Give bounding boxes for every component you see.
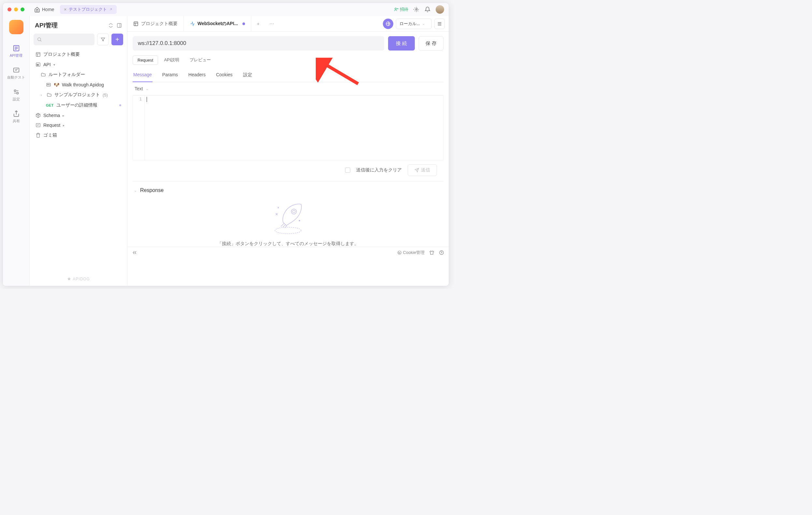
api-icon — [13, 45, 20, 52]
tree-schema[interactable]: Schema ▸ — [32, 111, 124, 120]
globe-icon — [385, 21, 391, 26]
folder-icon — [41, 72, 46, 77]
traffic-lights — [7, 7, 24, 11]
reqtab-settings[interactable]: 設定 — [242, 69, 253, 82]
new-tab-button[interactable]: + — [251, 16, 265, 31]
label: Walk through Apidog — [62, 82, 104, 87]
tree-sample-project[interactable]: › サンプルプロジェクト (5) — [32, 90, 124, 100]
side-rail: API管理 自動テスト 設定 共有 — [3, 16, 30, 286]
app-logo[interactable] — [9, 20, 24, 34]
websocket-icon — [190, 21, 195, 26]
brand-footer: APIDOG — [30, 272, 127, 286]
tabbar: プロジェクト概要 WebSocketのAPI... + ⋯ — [127, 16, 449, 32]
close-window-icon[interactable] — [7, 7, 11, 11]
tree-walkthrough[interactable]: 🐶 Walk through Apidog — [32, 80, 124, 90]
svg-point-1 — [416, 9, 417, 10]
url-value: ws://127.0.0.1:8000 — [138, 40, 186, 47]
rail-auto-test[interactable]: 自動テスト — [6, 65, 27, 81]
response-toggle[interactable]: ⌄ Response — [134, 188, 442, 193]
folder-icon — [47, 92, 52, 97]
tree-get-user-detail[interactable]: GET ユーザーの詳細情報 — [32, 100, 124, 111]
chevron-right-icon: ▸ — [63, 123, 66, 127]
reqtab-message[interactable]: Message — [133, 69, 152, 82]
titlebar: Home × テストプロジェクト 招待 — [3, 3, 449, 16]
expand-icon[interactable] — [108, 23, 113, 28]
rail-label: 設定 — [13, 97, 20, 102]
cookie-label: Cookie管理 — [403, 250, 425, 256]
rail-settings[interactable]: 設定 — [6, 87, 27, 103]
bell-icon[interactable] — [425, 6, 430, 12]
save-label: 保 存 — [426, 40, 437, 47]
maximize-window-icon[interactable] — [21, 7, 24, 11]
reqtab-params[interactable]: Params — [162, 69, 179, 82]
editor-body[interactable] — [145, 95, 443, 160]
tree-root-folder[interactable]: ルートフォルダー — [32, 69, 124, 80]
api-small-icon: 96 — [35, 62, 41, 67]
rail-api-management[interactable]: API管理 — [6, 44, 27, 59]
url-input[interactable]: ws://127.0.0.1:8000 — [133, 36, 384, 51]
test-icon — [13, 66, 20, 74]
rail-share[interactable]: 共有 — [6, 109, 27, 125]
collapse-sidebar-button[interactable] — [132, 250, 137, 255]
clear-label: 送信後に入力をクリア — [356, 167, 402, 173]
minimize-window-icon[interactable] — [14, 7, 18, 11]
reqtab-cookies[interactable]: Cookies — [215, 69, 233, 82]
filter-button[interactable] — [97, 34, 109, 45]
subtabs: Request API説明 プレビュー — [127, 55, 449, 65]
tab-more-button[interactable]: ⋯ — [265, 16, 279, 31]
tree-api-root[interactable]: 96 API ▾ — [32, 60, 124, 69]
project-tab-chip[interactable]: × テストプロジェクト — [60, 5, 116, 14]
label: サンプルプロジェクト — [54, 92, 100, 98]
tab-overview[interactable]: プロジェクト概要 — [127, 16, 184, 31]
quick-action-button[interactable] — [383, 19, 393, 29]
main-area: プロジェクト概要 WebSocketのAPI... + ⋯ — [127, 16, 449, 286]
content-type-select[interactable]: Text ⌄ — [127, 82, 449, 95]
help-icon[interactable] — [439, 250, 444, 255]
message-editor[interactable]: 1 — [133, 95, 443, 160]
subtab-preview[interactable]: プレビュー — [185, 55, 215, 65]
subtab-api-desc[interactable]: API説明 — [160, 55, 184, 65]
label: プロジェクト概要 — [44, 52, 80, 57]
svg-point-15 — [275, 227, 301, 234]
markdown-icon — [46, 82, 51, 87]
gear-icon[interactable] — [413, 6, 419, 12]
subtab-request[interactable]: Request — [133, 55, 158, 65]
chevron-right-icon: ▸ — [63, 114, 66, 117]
environment-select[interactable]: ローカル... ⌄ — [396, 19, 432, 29]
collapse-panel-icon[interactable] — [117, 23, 122, 28]
add-button[interactable]: + — [111, 34, 123, 45]
send-button[interactable]: 送信 — [408, 164, 437, 176]
cookie-manager-link[interactable]: Cookie管理 — [397, 250, 425, 256]
clear-after-send-checkbox[interactable] — [345, 168, 350, 173]
external-link-icon — [109, 7, 113, 11]
line-number: 1 — [133, 97, 142, 102]
tab-websocket[interactable]: WebSocketのAPI... — [184, 16, 251, 31]
tree-request[interactable]: Request ▸ — [32, 120, 124, 130]
save-button[interactable]: 保 存 — [419, 36, 443, 51]
rocket-icon — [268, 198, 308, 237]
connect-button[interactable]: 接 続 — [388, 36, 415, 51]
svg-rect-8 — [36, 53, 40, 56]
tshirt-icon[interactable] — [429, 250, 434, 255]
search-icon — [37, 37, 42, 42]
tab-label: WebSocketのAPI... — [198, 21, 238, 27]
close-icon[interactable]: × — [64, 7, 66, 12]
label: ルートフォルダー — [49, 72, 85, 78]
invite-button[interactable]: 招待 — [394, 6, 408, 12]
collapse-icon — [132, 250, 137, 255]
request-icon — [35, 122, 41, 128]
tree-trash[interactable]: ゴミ箱 — [32, 130, 124, 141]
svg-point-21 — [400, 253, 400, 253]
response-empty-msg: 「接続」ボタンをクリックして、すべてのメッセージを取得します。 — [218, 241, 359, 247]
svg-point-0 — [395, 8, 397, 9]
reqtab-headers[interactable]: Headers — [188, 69, 206, 82]
rail-label: API管理 — [10, 53, 23, 58]
trash-icon — [35, 133, 41, 138]
home-button[interactable]: Home — [31, 5, 57, 14]
avatar[interactable] — [436, 5, 444, 14]
overview-icon — [133, 21, 139, 26]
menu-button[interactable] — [434, 19, 445, 29]
search-input[interactable] — [34, 34, 94, 45]
tree-project-overview[interactable]: プロジェクト概要 — [32, 49, 124, 60]
rail-label: 共有 — [13, 119, 20, 123]
